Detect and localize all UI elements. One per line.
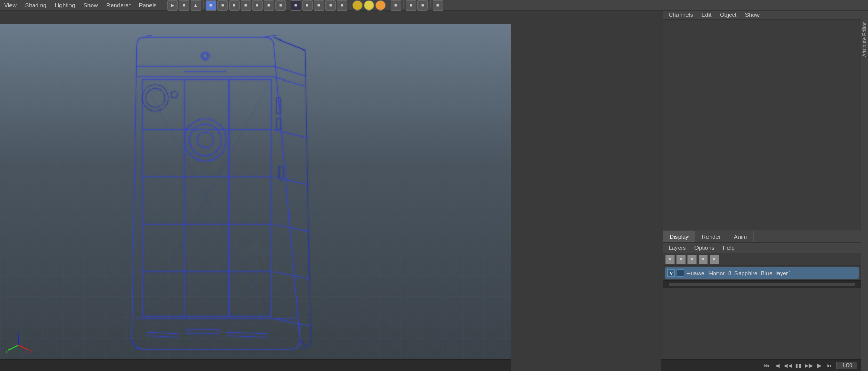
- svg-point-42: [142, 85, 168, 111]
- toolbar-sep-5: [403, 0, 404, 8]
- new-layer-button[interactable]: ■: [665, 255, 675, 264]
- svg-point-17: [203, 53, 208, 58]
- svg-line-38: [274, 272, 309, 279]
- le-menu-help[interactable]: Help: [722, 245, 736, 251]
- toolbar-icon-9[interactable]: ■: [264, 0, 274, 11]
- layer-editor-tabs: Display Render Anim: [663, 231, 861, 243]
- svg-line-37: [274, 224, 308, 232]
- svg-line-49: [147, 332, 179, 334]
- axis-indicator: X Y Z: [5, 332, 32, 358]
- prev-frame-button[interactable]: ◀: [773, 362, 782, 370]
- layer-color-swatch: [677, 269, 684, 277]
- svg-rect-48: [187, 329, 218, 334]
- layer-name-label: Huawei_Honor_8_Sapphire_Blue_layer1: [686, 270, 791, 276]
- viewport-3d[interactable]: X Y Z -5 -4 -3 -2 -1 0 1 2 3 4: [0, 24, 511, 371]
- svg-point-29: [197, 132, 213, 148]
- menu-show[interactable]: Show: [83, 2, 99, 8]
- svg-line-50: [147, 336, 179, 337]
- play-fwd-button[interactable]: ▶▶: [805, 362, 813, 370]
- svg-line-39: [274, 319, 310, 326]
- toolbar-color-gold[interactable]: [352, 0, 363, 11]
- le-menu-layers[interactable]: Layers: [667, 245, 687, 251]
- menu-lighting[interactable]: Lighting: [54, 2, 76, 8]
- playback-controls: ⏮ ◀ ◀◀ ▮▮ ▶▶ ▶ ⏭: [661, 359, 861, 371]
- skip-fwd-button[interactable]: ⏭: [826, 362, 834, 370]
- toolbar-icon-6[interactable]: ■: [229, 0, 240, 11]
- svg-line-57: [8, 345, 18, 350]
- cb-menu-channels[interactable]: Channels: [667, 12, 694, 18]
- toolbar-icon-1[interactable]: ▶: [167, 0, 178, 11]
- toolbar-color-orange[interactable]: [375, 0, 386, 11]
- menu-shading[interactable]: Shading: [24, 2, 47, 8]
- svg-text:X: X: [29, 349, 32, 354]
- toolbar-icon-14[interactable]: ■: [325, 0, 336, 11]
- svg-rect-44: [171, 92, 177, 98]
- layers-list: V Huawei_Honor_8_Sapphire_Blue_layer1: [663, 266, 861, 280]
- toolbar-icon-8[interactable]: ■: [252, 0, 263, 11]
- toolbar-icon-13[interactable]: ■: [314, 0, 324, 11]
- play-back-button[interactable]: ◀◀: [784, 362, 792, 370]
- menu-renderer[interactable]: Renderer: [105, 2, 132, 8]
- menu-view[interactable]: View: [3, 2, 18, 8]
- cb-menu-edit[interactable]: Edit: [700, 12, 712, 18]
- layer-opt2-button[interactable]: ■: [699, 255, 708, 264]
- vtab-attribute-editor[interactable]: Attribute Editor: [861, 18, 868, 61]
- toolbar-icon-12[interactable]: ■: [302, 0, 313, 11]
- vtab-channel-box[interactable]: [864, 9, 866, 18]
- cb-menu-show[interactable]: Show: [744, 12, 761, 18]
- toolbar-color-yellow[interactable]: [364, 0, 374, 11]
- top-menu-bar: View Shading Lighting Show Renderer Pane…: [0, 0, 868, 11]
- right-vertical-tabs: Attribute Editor: [861, 9, 868, 371]
- delete-layer-button[interactable]: ■: [676, 255, 686, 264]
- layer-editor-menubar: Layers Options Help: [663, 243, 861, 253]
- toolbar-icon-3[interactable]: ▲: [191, 0, 201, 11]
- status-bar: [0, 359, 511, 371]
- tab-anim[interactable]: Anim: [727, 231, 754, 242]
- toolbar-icon-19[interactable]: ■: [433, 0, 443, 11]
- layer-opt1-button[interactable]: ■: [687, 255, 697, 264]
- toolbar-sep-6: [430, 0, 431, 8]
- toolbar-icon-5[interactable]: ■: [217, 0, 228, 11]
- tab-render[interactable]: Render: [695, 231, 727, 242]
- svg-line-40: [145, 35, 153, 37]
- channel-box-menubar: Channels Edit Object Show: [663, 9, 861, 20]
- svg-line-33: [274, 66, 305, 76]
- stop-button[interactable]: ▮▮: [794, 362, 803, 370]
- layer-row-0[interactable]: V Huawei_Honor_8_Sapphire_Blue_layer1: [665, 267, 859, 279]
- toolbar-sep-3: [350, 0, 350, 8]
- toolbar-icon-18[interactable]: ■: [417, 0, 428, 11]
- toolbar-icon-7[interactable]: ■: [241, 0, 251, 11]
- svg-line-35: [274, 129, 308, 138]
- layer-visibility-toggle[interactable]: V: [667, 269, 675, 277]
- layer-opt3-button[interactable]: ■: [710, 255, 719, 264]
- svg-line-55: [18, 345, 29, 350]
- skip-back-button[interactable]: ⏮: [763, 362, 771, 370]
- toolbar-icon-10[interactable]: ■: [275, 0, 286, 11]
- svg-line-51: [226, 332, 268, 334]
- svg-point-27: [184, 119, 226, 161]
- svg-text:Y: Y: [5, 349, 8, 354]
- toolbar-icon-15[interactable]: ■: [337, 0, 347, 11]
- le-menu-options[interactable]: Options: [693, 245, 715, 251]
- svg-rect-46: [276, 119, 281, 129]
- toolbar-icon-16[interactable]: ■: [391, 0, 401, 11]
- toolbar-icon-2[interactable]: ■: [179, 0, 189, 11]
- cb-hscroll-track: [669, 283, 855, 286]
- menu-panels[interactable]: Panels: [138, 2, 158, 8]
- time-display[interactable]: [836, 362, 857, 369]
- next-frame-button[interactable]: ▶: [815, 362, 824, 370]
- svg-rect-47: [279, 166, 283, 179]
- layer-editor-toolbar: ■ ■ ■ ■ ■: [663, 253, 861, 266]
- channel-box-content: [663, 20, 861, 230]
- cb-menu-object[interactable]: Object: [719, 12, 737, 18]
- svg-text:Z: Z: [17, 332, 19, 335]
- channel-box-panel: Channel Box / Layer Editor _ □ ✕ Channel…: [663, 0, 861, 371]
- svg-line-31: [300, 340, 305, 345]
- toolbar-icon-17[interactable]: ■: [406, 0, 416, 11]
- svg-line-32: [132, 340, 137, 349]
- tab-display[interactable]: Display: [663, 231, 695, 242]
- toolbar-icon-11[interactable]: ■: [291, 0, 301, 11]
- toolbar-icon-4[interactable]: ■: [206, 0, 216, 11]
- toolbar-sep-1: [203, 0, 204, 8]
- toolbar-sep-4: [388, 0, 388, 8]
